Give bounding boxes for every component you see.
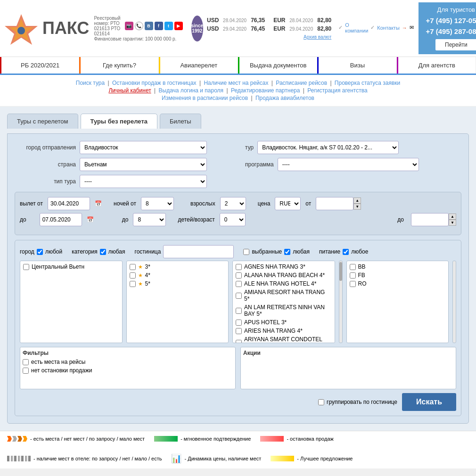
calendar-icon2[interactable]: 📅	[87, 216, 94, 223]
cat4-checkbox[interactable]	[130, 272, 136, 279]
cat3-checkbox[interactable]	[130, 264, 136, 270]
hotel-amiana[interactable]: AMIANA RESORT NHA TRANG 5*	[234, 288, 333, 303]
nights-from-select[interactable]: 8	[141, 197, 174, 210]
legend-text4: - Динамика цены, наличие мест	[184, 456, 261, 461]
favorites-checkbox[interactable]	[243, 249, 249, 255]
cat5-checkbox[interactable]	[130, 281, 136, 287]
dates-block: вылет от 📅 ночей от 8 взрослых 2 цена RU…	[15, 192, 461, 235]
breadcrumb-row3: Изменения в расписании рейсов | Продажа …	[7, 95, 469, 101]
departure-city-select[interactable]: Владивосток	[80, 141, 207, 154]
adults-select[interactable]: 2	[220, 197, 246, 210]
actions-box: Акции	[240, 347, 456, 389]
city-any-checkbox[interactable]	[37, 249, 43, 255]
twitter-icon[interactable]: t	[164, 22, 173, 30]
legend-item6: - Лучшее предложение	[271, 453, 353, 464]
category-any-checkbox[interactable]	[100, 249, 106, 255]
hotel-aries[interactable]: ARIES NHA TRANG 4*	[234, 327, 333, 335]
price-currency-select[interactable]: RUB	[275, 197, 301, 210]
legend-item1: - есть места / нет мест / по запросу / м…	[7, 436, 145, 442]
program-select[interactable]: ----	[278, 158, 419, 171]
tour-select[interactable]: Владивосток. Няцанг, а/к S7 01.02.20 - 2…	[257, 141, 399, 154]
nav-buy[interactable]: Где купить?	[79, 57, 158, 74]
facebook-icon[interactable]: f	[155, 22, 163, 30]
calendar-icon1[interactable]: 📅	[95, 200, 102, 207]
nav-docs[interactable]: Выдача документов	[238, 57, 317, 74]
food-ro[interactable]: RO	[348, 279, 447, 288]
food-any-checkbox[interactable]	[343, 249, 349, 255]
nights-to-label: до	[122, 216, 129, 223]
hotel-anlam[interactable]: AN LAM RETREATS NINH VAN BAY 5*	[234, 303, 333, 318]
hotel-agnes[interactable]: AGNES NHA TRANG 3*	[234, 263, 333, 271]
bottom-filters-area: Фильтры есть места на рейсы нет остановк…	[20, 347, 456, 389]
vk-icon[interactable]: В	[145, 22, 153, 30]
search-button[interactable]: Искать	[402, 393, 456, 411]
category-4star[interactable]: ★ 4*	[128, 271, 227, 279]
group-hotel-checkbox[interactable]	[318, 399, 324, 405]
breadcrumb-schedule[interactable]: Расписание рейсов	[276, 80, 327, 86]
arrow-icon: →	[402, 25, 407, 31]
breadcrumb-tickets[interactable]: Продажа авиабилетов	[255, 95, 314, 101]
hotel-list: AGNES NHA TRANG 3* ALANA NHA TRANG BEACH…	[232, 261, 335, 343]
price-to-spinner[interactable]: ▲ ▼	[449, 213, 456, 226]
tour-type-select[interactable]: ----	[80, 175, 207, 188]
price-to-input[interactable]	[411, 213, 449, 226]
children-select[interactable]: 0	[220, 213, 246, 226]
city-checkbox[interactable]	[23, 264, 29, 270]
breadcrumb-seats[interactable]: Наличие мест на рейсах	[204, 80, 268, 86]
phone-icon[interactable]: 📞	[135, 22, 143, 30]
category-any-label: любая	[108, 248, 125, 255]
hotel-alana[interactable]: ALANA NHA TRANG BEACH 4*	[234, 271, 333, 279]
price-from-spinner[interactable]: ▲ ▼	[353, 197, 361, 210]
hotel-scrollbar[interactable]	[339, 261, 343, 343]
favorites-any-checkbox[interactable]	[284, 249, 290, 255]
nav-agents[interactable]: Для агентств	[397, 57, 476, 74]
tab-with-flight[interactable]: Туры с перелетом	[7, 114, 78, 129]
price-from-input[interactable]	[316, 197, 353, 210]
instagram-icon[interactable]: 📷	[125, 22, 133, 30]
breadcrumb-edit[interactable]: Редактирование партнера	[231, 87, 300, 94]
hotel-search-input[interactable]	[163, 245, 234, 258]
breadcrumb-register[interactable]: Регистрация агентства	[307, 87, 367, 94]
city-item[interactable]: Центральный Вьетн	[22, 263, 121, 271]
breadcrumb-login[interactable]: Выдача логина и пароля	[159, 87, 224, 94]
tourist-goto-button[interactable]: Перейти	[435, 39, 476, 50]
category-filter-col: категория любая	[72, 248, 125, 255]
hotel-ariyana[interactable]: ARIYANA SMART CONDOTEL NHA TRANG 4*	[234, 335, 333, 343]
nav-flight[interactable]: Авиаперелет	[159, 57, 238, 74]
filter2-checkbox[interactable]	[23, 368, 29, 374]
breadcrumb-stops[interactable]: Остановки продаж в гостиницах	[112, 80, 197, 86]
hotel-apus[interactable]: APUS HOTEL 3*	[234, 318, 333, 327]
breadcrumb-changes[interactable]: Изменения в расписании рейсов	[162, 95, 248, 101]
youtube-icon[interactable]: ▶	[174, 22, 183, 30]
nav-rb[interactable]: РБ 2020/2021	[0, 57, 79, 74]
archive-link[interactable]: Архив валют	[304, 34, 331, 40]
food-bb[interactable]: BB	[348, 263, 447, 271]
filter-area: город любой категория любая гостиница вы…	[15, 240, 461, 416]
actions-title: Акции	[243, 350, 453, 356]
filter1-label: есть места на рейсы	[31, 359, 85, 365]
currency-block: USD 28.04.2020 76,35 EUR 28.04.2020 82,8…	[207, 16, 331, 40]
depart-from-input[interactable]	[48, 197, 90, 210]
tab-tickets[interactable]: Билеты	[160, 114, 201, 129]
children-label: детей/возраст	[178, 216, 214, 223]
breadcrumb-cabinet[interactable]: Личный кабинет	[108, 87, 151, 94]
contacts-link[interactable]: Контакты	[377, 25, 400, 31]
category-5star[interactable]: ★ 5*	[128, 279, 227, 288]
group-check: группировать по гостинице	[318, 399, 397, 405]
nights-to-select[interactable]: 8	[133, 213, 166, 226]
food-scrollbar[interactable]	[452, 261, 456, 343]
hotel-ale[interactable]: ALE NHA TRANG HOTEL 4*	[234, 279, 333, 288]
category-3star[interactable]: ★ 3*	[128, 263, 227, 271]
food-label: питание	[319, 248, 340, 255]
food-fb[interactable]: FB	[348, 271, 447, 279]
breadcrumb-status[interactable]: Проверка статуса заявки	[335, 80, 400, 86]
about-link[interactable]: О компании	[345, 22, 368, 33]
filter1-checkbox[interactable]	[23, 359, 29, 365]
breadcrumb-area: Поиск тура | Остановки продаж в гостиниц…	[0, 75, 476, 107]
breadcrumb-search[interactable]: Поиск тура	[76, 80, 105, 86]
nav-visa[interactable]: Визы	[317, 57, 396, 74]
country-select[interactable]: Вьетнам	[80, 158, 207, 171]
tab-without-flight[interactable]: Туры без перелета	[81, 114, 158, 129]
depart-to-input[interactable]	[40, 213, 82, 226]
legend-red-bar	[260, 436, 284, 442]
